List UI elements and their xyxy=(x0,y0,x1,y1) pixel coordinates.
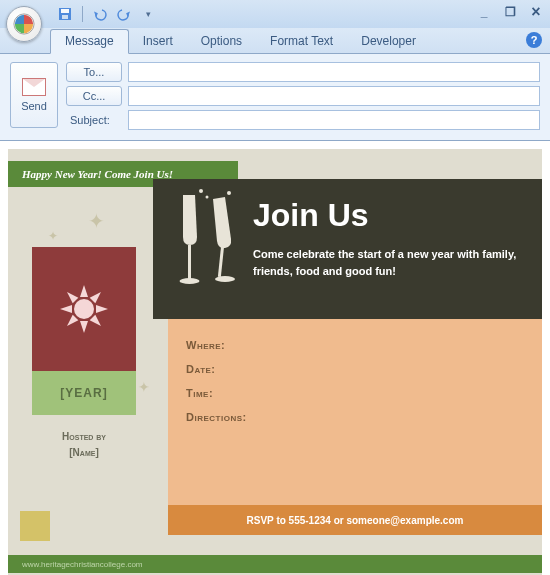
svg-point-11 xyxy=(74,299,94,319)
detail-where: Where: xyxy=(186,339,524,351)
hosted-label: Hosted by xyxy=(32,429,136,445)
flyer-hero: Join Us Come celebrate the start of a ne… xyxy=(153,179,542,319)
send-label: Send xyxy=(21,100,47,112)
save-icon[interactable] xyxy=(56,5,74,23)
star-decoration-icon: ✦ xyxy=(48,229,58,243)
svg-marker-15 xyxy=(90,315,104,329)
tab-insert[interactable]: Insert xyxy=(129,30,187,53)
flyer-year: [YEAR] xyxy=(32,371,136,415)
title-bar: ▾ _ ❐ × xyxy=(0,0,550,28)
cc-button[interactable]: Cc... xyxy=(66,86,122,106)
flyer-rsvp: RSVP to 555-1234 or someone@example.com xyxy=(168,505,542,535)
close-button[interactable]: × xyxy=(528,4,544,20)
cc-row: Cc... xyxy=(66,86,540,106)
svg-point-9 xyxy=(206,196,209,199)
to-button[interactable]: To... xyxy=(66,62,122,82)
tab-format-text[interactable]: Format Text xyxy=(256,30,347,53)
svg-marker-18 xyxy=(60,305,72,313)
to-input[interactable] xyxy=(128,62,540,82)
qat-separator xyxy=(82,6,83,22)
detail-directions: Directions: xyxy=(186,411,524,423)
send-column: Send xyxy=(10,62,58,130)
flyer-subtitle: Come celebrate the start of a new year w… xyxy=(253,246,522,279)
tab-developer[interactable]: Developer xyxy=(347,30,430,53)
qat-more-icon[interactable]: ▾ xyxy=(139,5,157,23)
svg-point-8 xyxy=(199,189,203,193)
flyer-accent-square xyxy=(20,511,50,541)
to-row: To... xyxy=(66,62,540,82)
envelope-icon xyxy=(22,78,46,96)
svg-rect-3 xyxy=(62,15,68,19)
svg-marker-14 xyxy=(96,305,108,313)
ribbon-tabs: Message Insert Options Format Text Devel… xyxy=(0,28,550,54)
detail-time: Time: xyxy=(186,387,524,399)
compose-header: Send To... Cc... Subject: xyxy=(0,54,550,141)
redo-icon[interactable] xyxy=(115,5,133,23)
fields-column: To... Cc... Subject: xyxy=(66,62,540,130)
flyer-title: Join Us xyxy=(253,197,522,234)
svg-point-5 xyxy=(180,278,200,284)
help-icon[interactable]: ? xyxy=(526,32,542,48)
flyer-template: ✦ ✦ ✦ Happy New Year! Come Join Us! xyxy=(8,149,542,575)
minimize-button[interactable]: _ xyxy=(476,4,492,20)
tab-options[interactable]: Options xyxy=(187,30,256,53)
flyer-hosted: Hosted by [Name] xyxy=(32,429,136,461)
flyer-details: Where: Date: Time: Directions: xyxy=(168,319,542,505)
svg-point-7 xyxy=(215,276,235,282)
quick-access-toolbar: ▾ xyxy=(56,0,157,28)
undo-icon[interactable] xyxy=(91,5,109,23)
subject-row: Subject: xyxy=(66,110,540,130)
star-decoration-icon: ✦ xyxy=(138,379,150,395)
star-decoration-icon: ✦ xyxy=(88,209,105,233)
office-logo-icon xyxy=(13,13,35,35)
subject-input[interactable] xyxy=(128,110,540,130)
svg-point-10 xyxy=(227,191,231,195)
svg-rect-2 xyxy=(61,9,69,13)
svg-rect-4 xyxy=(188,245,191,279)
flyer-footer: www.heritagechristiancollege.com xyxy=(8,555,542,573)
subject-label: Subject: xyxy=(66,114,122,126)
flyer-sun-box xyxy=(32,247,136,371)
svg-marker-12 xyxy=(80,285,88,297)
svg-rect-6 xyxy=(218,247,224,277)
tab-message[interactable]: Message xyxy=(50,29,129,54)
svg-marker-13 xyxy=(90,289,104,303)
detail-date: Date: xyxy=(186,363,524,375)
champagne-glasses-icon xyxy=(165,187,245,297)
svg-marker-19 xyxy=(64,289,78,303)
svg-marker-17 xyxy=(64,315,78,329)
window-controls: _ ❐ × xyxy=(476,4,544,20)
message-body[interactable]: ✦ ✦ ✦ Happy New Year! Come Join Us! xyxy=(0,141,550,575)
cc-input[interactable] xyxy=(128,86,540,106)
send-button[interactable]: Send xyxy=(10,62,58,128)
svg-marker-16 xyxy=(80,321,88,333)
hosted-name: [Name] xyxy=(32,445,136,461)
maximize-button[interactable]: ❐ xyxy=(502,4,518,20)
office-button[interactable] xyxy=(6,6,42,42)
sun-icon xyxy=(54,279,114,339)
